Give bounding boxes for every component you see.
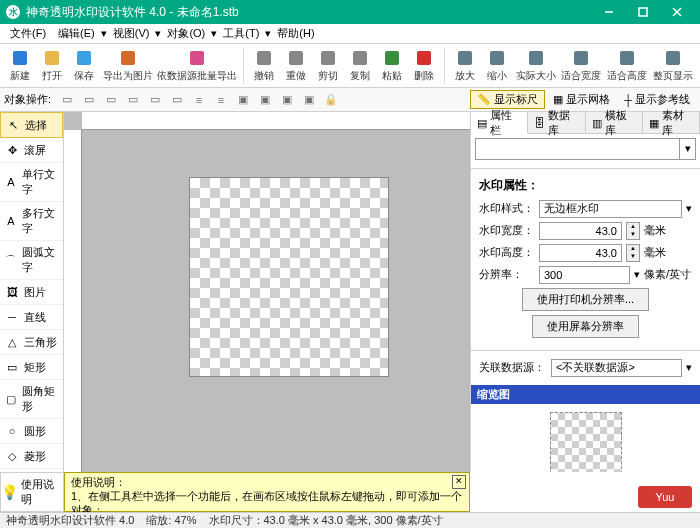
guides-icon: ┼ (624, 94, 632, 106)
tool-image[interactable]: 🖼图片 (0, 280, 63, 305)
tab-properties[interactable]: ▤属性栏 (471, 112, 528, 134)
fitw-icon (571, 48, 591, 68)
tab-assets[interactable]: ▦素材库 (643, 112, 700, 133)
toggle-ruler[interactable]: 📏显示标尺 (470, 90, 545, 109)
tool-textm[interactable]: A多行文字 (0, 202, 63, 241)
align-right-icon: ▭ (101, 90, 121, 110)
watermark-canvas[interactable] (190, 178, 388, 376)
save-button[interactable]: 保存 (68, 48, 100, 83)
tool-arc[interactable]: ⌒圆弧文字 (0, 241, 63, 280)
tab-database[interactable]: 🗄数据库 (528, 112, 585, 133)
help-close-button[interactable]: ✕ (452, 475, 466, 489)
help-title: 使用说明： (71, 476, 463, 490)
fitw-button[interactable]: 适合宽度 (559, 48, 605, 83)
help-box: ✕ 使用说明： 1、在侧工具栏中选择一个功能后，在画布区域按住鼠标左键拖动，即可… (64, 472, 470, 512)
screen-res-button[interactable]: 使用屏幕分辨率 (532, 315, 639, 338)
tool-tri[interactable]: △三角形 (0, 330, 63, 355)
height-spinner[interactable]: ▲▼ (626, 244, 640, 262)
arc-icon: ⌒ (4, 252, 18, 268)
menu-edit[interactable]: 编辑(E) (52, 26, 101, 41)
select-icon: ↖ (5, 117, 21, 133)
delete-button[interactable]: 删除 (408, 48, 440, 83)
new-button[interactable]: 新建 (4, 48, 36, 83)
toggle-guides[interactable]: ┼显示参考线 (618, 90, 696, 109)
menu-tools[interactable]: 工具(T) (217, 26, 265, 41)
minimize-button[interactable] (592, 0, 626, 24)
maximize-button[interactable] (626, 0, 660, 24)
close-button[interactable] (660, 0, 694, 24)
menu-help[interactable]: 帮助(H) (271, 26, 320, 41)
object-ops-label: 对象操作: (4, 92, 51, 107)
zoomin-button[interactable]: 放大 (449, 48, 481, 83)
right-tabs: ▤属性栏 🗄数据库 ▥横板库 ▦素材库 (471, 112, 700, 134)
canvas-area[interactable] (64, 112, 470, 492)
statusbar: 神奇透明水印设计软件 4.0 缩放: 47% 水印尺寸：43.0 毫米 x 43… (0, 512, 700, 528)
cut-button[interactable]: 剪切 (312, 48, 344, 83)
fith-button[interactable]: 适合高度 (604, 48, 650, 83)
ruler-horizontal (82, 112, 470, 130)
app-icon: 水 (6, 5, 20, 19)
help-right-pane: Yuu (470, 472, 700, 512)
height-input[interactable]: 43.0 (539, 244, 622, 262)
svg-rect-1 (639, 8, 647, 16)
res-input[interactable]: 300 (539, 266, 630, 284)
ruler-vertical (64, 130, 82, 492)
tool-scroll[interactable]: ✥滚屏 (0, 138, 63, 163)
tab-templates[interactable]: ▥横板库 (586, 112, 643, 133)
svg-rect-15 (458, 51, 472, 65)
width-input[interactable]: 43.0 (539, 222, 622, 240)
zoomout-icon (487, 48, 507, 68)
undo-button[interactable]: 撤销 (248, 48, 280, 83)
tool-rrect[interactable]: ▢圆角矩形 (0, 380, 63, 419)
svg-rect-17 (529, 51, 543, 65)
menu-view[interactable]: 视图(V) (107, 26, 156, 41)
style-label: 水印样式： (479, 201, 535, 216)
chevron-down-icon: ▾ (686, 202, 692, 215)
fitp-button[interactable]: 整页显示 (650, 48, 696, 83)
redo-button[interactable]: 重做 (280, 48, 312, 83)
main-toolbar: 新建打开保存导出为图片依数据源批量导出撤销重做剪切复制粘贴删除放大缩小实际大小适… (0, 44, 700, 88)
style-select[interactable]: 无边框水印 (539, 200, 682, 218)
tool-circle[interactable]: ○圆形 (0, 419, 63, 444)
fitp-icon (663, 48, 683, 68)
help-button[interactable]: 💡使用说明 (0, 472, 64, 512)
printer-res-button[interactable]: 使用打印机分辨率... (522, 288, 649, 311)
align-left-icon: ▭ (57, 90, 77, 110)
actual-button[interactable]: 实际大小 (513, 48, 559, 83)
properties-icon: ▤ (477, 117, 488, 129)
zoomout-button[interactable]: 缩小 (481, 48, 513, 83)
svg-rect-9 (257, 51, 271, 65)
brand-badge[interactable]: Yuu (638, 486, 692, 508)
align-middle-icon: ▭ (145, 90, 165, 110)
width-spinner[interactable]: ▲▼ (626, 222, 640, 240)
datasource-label: 关联数据源： (479, 360, 547, 375)
lock-icon: 🔒 (321, 90, 341, 110)
tool-diamond[interactable]: ◇菱形 (0, 444, 63, 469)
height-unit: 毫米 (644, 245, 692, 260)
batchexport-button[interactable]: 依数据源批量导出 (155, 48, 239, 83)
tool-select[interactable]: ↖选择 (0, 112, 63, 138)
distribute-v-icon: ≡ (211, 90, 231, 110)
svg-rect-4 (13, 51, 27, 65)
svg-rect-16 (490, 51, 504, 65)
exportimg-button[interactable]: 导出为图片 (100, 48, 155, 83)
open-button[interactable]: 打开 (36, 48, 68, 83)
menu-object[interactable]: 对象(O) (161, 26, 211, 41)
object-combo[interactable]: ▾ (475, 138, 696, 160)
svg-rect-20 (666, 51, 680, 65)
rect-icon: ▭ (4, 359, 20, 375)
toggle-grid[interactable]: ▦显示网格 (547, 90, 616, 109)
tri-icon: △ (4, 334, 20, 350)
svg-rect-10 (289, 51, 303, 65)
paste-button[interactable]: 粘贴 (376, 48, 408, 83)
tool-text1[interactable]: A单行文字 (0, 163, 63, 202)
new-icon (10, 48, 30, 68)
align-top-icon: ▭ (123, 90, 143, 110)
menu-file[interactable]: 文件(F) (4, 26, 52, 41)
right-panel: ▤属性栏 🗄数据库 ▥横板库 ▦素材库 ▾ 水印属性： 水印样式： 无边框水印 … (470, 112, 700, 492)
tool-line[interactable]: ─直线 (0, 305, 63, 330)
copy-button[interactable]: 复制 (344, 48, 376, 83)
copy-icon (350, 48, 370, 68)
tool-rect[interactable]: ▭矩形 (0, 355, 63, 380)
datasource-select[interactable]: <不关联数据源> (551, 359, 682, 377)
